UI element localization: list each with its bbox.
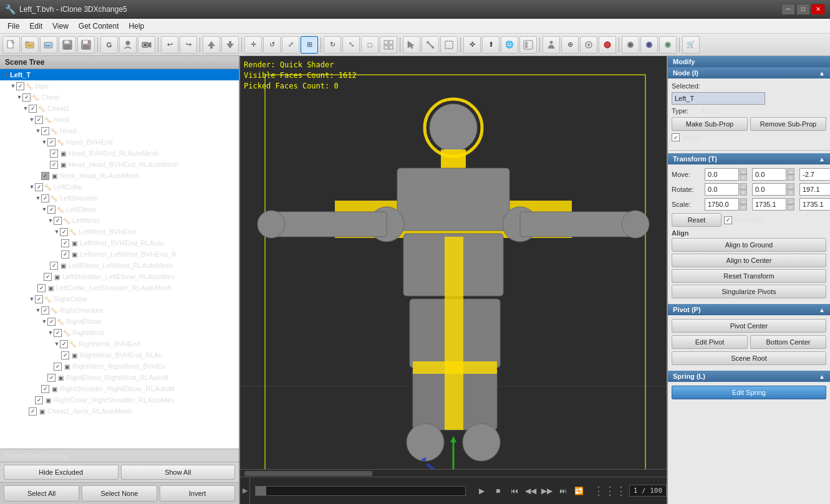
tree-check[interactable]	[16, 82, 24, 90]
prev-frame-button[interactable]: ◀◀	[524, 485, 537, 497]
stop-button[interactable]: ■	[492, 485, 504, 497]
tree-arrow[interactable]: ▼	[29, 296, 35, 302]
transform-collapse-btn[interactable]: ▲	[819, 156, 825, 163]
tree-check[interactable]	[54, 363, 62, 371]
tree-item-leftwrist-rl1[interactable]: ▣ LeftWrist_BVHEnd_RLAuto	[0, 237, 239, 249]
tree-item-head-rl2[interactable]: ▣ Head_Head_BVHEnd_RLAutoMesh	[0, 159, 239, 170]
undo-button[interactable]: ↩	[161, 36, 178, 54]
tree-check[interactable]	[54, 217, 62, 225]
axis-up-button[interactable]: ⬆	[482, 36, 499, 54]
tree-item-leftcollar[interactable]: ▼ 🦴 LeftCollar	[0, 181, 239, 193]
tree-item-head[interactable]: ▼ 🦴 Head	[0, 125, 239, 136]
view-button[interactable]	[519, 36, 537, 54]
bottom-center-button[interactable]: Bottom Center	[750, 335, 826, 349]
tree-item-chest2[interactable]: ▼ 🦴 Chest2	[0, 103, 239, 114]
camera-button[interactable]	[138, 36, 155, 54]
grid-button[interactable]	[380, 36, 397, 54]
tree-item-rightshoulder[interactable]: ▼ 🦴 RightShoulder	[0, 305, 239, 316]
tree-check[interactable]	[47, 206, 55, 214]
hscrollbar-thumb[interactable]	[244, 471, 372, 476]
prev-key-button[interactable]: ⏮	[508, 485, 521, 497]
show-all-button[interactable]: Show All	[121, 465, 236, 480]
select-all-button[interactable]: Select All	[4, 485, 79, 502]
tree-check[interactable]	[41, 127, 49, 135]
scene-tree-content[interactable]: ▼ Left_T ▼ 🦴 Hips ▼ 🦴 Chest	[0, 69, 239, 449]
tree-check[interactable]	[50, 150, 58, 158]
node-collapse-btn[interactable]: ▲	[819, 70, 825, 77]
tree-check[interactable]	[35, 116, 43, 124]
open-fbx-button[interactable]: FBX	[21, 36, 39, 54]
plugin2-button[interactable]	[640, 36, 658, 54]
move-x-up[interactable]: ▲	[740, 168, 747, 174]
play-button[interactable]: ▶	[476, 485, 488, 497]
tree-item-leftshoulder[interactable]: ▼ 🦴 LeftShoulder	[0, 193, 239, 204]
tree-check[interactable]	[61, 351, 69, 359]
viewport[interactable]: Render: Quick Shader Visible Faces Count…	[240, 56, 667, 504]
maximize-button[interactable]: □	[796, 4, 810, 15]
tree-check[interactable]	[50, 161, 58, 169]
rotate-y-value[interactable]: 0.0	[752, 183, 786, 196]
tree-item-left-t[interactable]: ▼ Left_T	[0, 69, 239, 80]
edit-pivot-button[interactable]: Edit Pivot	[672, 335, 748, 349]
tree-item-rightcollar-rl[interactable]: ▣ RightCollar_RightShoulder_RLAutoMes	[0, 394, 239, 406]
tree-arrow[interactable]: ▼	[16, 94, 22, 100]
tree-arrow[interactable]: ▼	[41, 206, 47, 212]
tree-item-leftelbow-rl[interactable]: ▣ LeftElbow_LeftWrist_RLAutoMesh	[0, 260, 239, 271]
next-key-button[interactable]: ⏭	[557, 485, 569, 497]
char-button[interactable]	[543, 36, 560, 54]
tree-check[interactable]	[60, 340, 68, 348]
tree-item-leftwrist[interactable]: ▼ 🦴 LeftWrist	[0, 215, 239, 226]
tree-check[interactable]	[54, 329, 62, 337]
move-y-value[interactable]: 0.0	[752, 168, 786, 181]
tree-item-chest2-rl[interactable]: ▣ Chest2_Neck_RLAutoMesh	[0, 406, 239, 417]
move-y-up[interactable]: ▲	[787, 168, 794, 174]
move-x-down[interactable]: ▼	[740, 174, 747, 181]
menu-help[interactable]: Help	[124, 21, 150, 32]
open-bvh-button[interactable]: BVH	[40, 36, 57, 54]
tree-check[interactable]	[41, 194, 49, 202]
tree-arrow[interactable]: ▼	[29, 116, 35, 123]
tree-item-rightcollar[interactable]: ▼ 🦴 RightCollar	[0, 293, 239, 305]
lock-xyz-checkbox[interactable]	[724, 216, 732, 224]
tree-arrow[interactable]: ▼	[35, 128, 41, 134]
move-z-value[interactable]: -2.7	[799, 168, 830, 181]
tree-item-rightwrist[interactable]: ▼ 🦴 RightWrist	[0, 327, 239, 338]
tree-item-neck[interactable]: ▼ 🦴 Neck	[0, 114, 239, 125]
plugin3-button[interactable]	[659, 36, 677, 54]
timeline[interactable]	[255, 486, 466, 496]
bone-select-button[interactable]	[422, 36, 439, 54]
pivot-center-button[interactable]: Pivot Center	[672, 319, 826, 333]
next-frame-button[interactable]: ▶▶	[541, 485, 553, 497]
spring-tool-button[interactable]	[580, 36, 597, 54]
tree-item-head-rl1[interactable]: ▣ Head_BVHEnd_RLAutoMesh	[0, 148, 239, 159]
transport-expand[interactable]: ▶	[240, 477, 250, 504]
g-motion-button[interactable]: G	[100, 36, 118, 54]
select-button[interactable]	[403, 36, 420, 54]
tree-item-chest[interactable]: ▼ 🦴 Chest	[0, 92, 239, 103]
tree-check[interactable]	[22, 93, 31, 102]
close-button[interactable]: ✕	[811, 4, 825, 15]
tree-item-rightelbow-rl[interactable]: ▣ RightElbow_RightWrist_RLAutoM	[0, 372, 239, 383]
fit-button[interactable]: ⤡	[342, 36, 360, 54]
quad-button[interactable]: □	[361, 36, 379, 54]
move-x-value[interactable]: 0.0	[705, 168, 739, 181]
select-none-button[interactable]: Select None	[82, 485, 157, 502]
rotate-x-up[interactable]: ▲	[740, 183, 747, 189]
refresh-button[interactable]: ↻	[324, 36, 341, 54]
rotate-x-value[interactable]: 0.0	[705, 183, 739, 196]
tree-check[interactable]	[41, 385, 49, 393]
scale-x-down[interactable]: ▼	[740, 204, 747, 211]
plugin1-button[interactable]	[622, 36, 639, 54]
tree-arrow[interactable]: ▼	[35, 195, 41, 201]
tree-check[interactable]	[35, 295, 43, 303]
rotate-y-up[interactable]: ▲	[787, 183, 794, 189]
tree-arrow[interactable]: ▼	[10, 83, 16, 89]
menu-get-content[interactable]: Get Content	[74, 21, 124, 32]
move-y-down[interactable]: ▼	[787, 174, 794, 181]
reset-transform-button[interactable]: Reset Transform	[672, 269, 826, 283]
hide-excluded-button[interactable]: Hide Excluded	[4, 465, 118, 480]
viewport-hscrollbar[interactable]	[240, 469, 667, 477]
tree-check[interactable]	[60, 228, 68, 236]
tree-item-neck-head-rl[interactable]: ▣ Neck_Head_RLAutoMesh	[0, 170, 239, 181]
tree-check[interactable]	[41, 307, 49, 315]
